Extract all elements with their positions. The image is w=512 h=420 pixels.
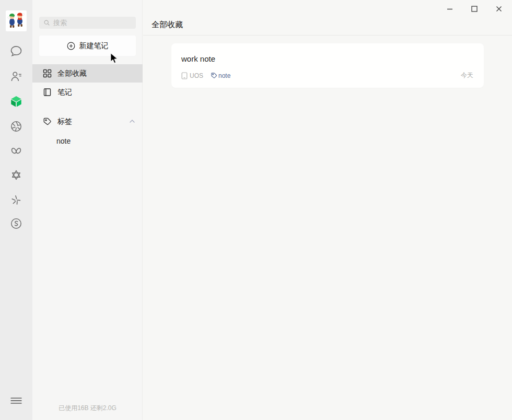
music-circle-icon[interactable] [0, 217, 32, 230]
note-tag-label: note [218, 72, 230, 79]
grid-icon [43, 69, 52, 78]
sidebar-section-tags[interactable]: 标签 [32, 112, 143, 131]
favorites-cube-icon[interactable] [0, 95, 32, 108]
menu-icon[interactable] [0, 394, 32, 407]
sidebar-tag-note[interactable]: note [32, 133, 143, 149]
search-input[interactable] [53, 19, 132, 27]
plus-circle-icon [67, 42, 75, 50]
app-rail [0, 0, 32, 420]
new-note-label: 新建笔记 [79, 41, 109, 51]
main-header: 全部收藏 [143, 0, 512, 36]
storage-status: 已使用16B 还剩2.0G [32, 404, 143, 413]
note-date: 今天 [461, 71, 473, 80]
notes-sidebar: 新建笔记 全部收藏 笔记 标签 note 已使用16B 还剩2 [32, 0, 143, 420]
note-meta: UOS note 今天 [181, 71, 473, 80]
sidebar-item-all-favorites[interactable]: 全部收藏 [32, 64, 143, 83]
flower-icon[interactable] [0, 168, 32, 182]
search-box[interactable] [39, 17, 136, 29]
notebook-icon [43, 88, 52, 97]
note-source: UOS [181, 72, 203, 79]
main-panel: 全部收藏 work note UOS note [143, 0, 512, 420]
avatar-image [6, 10, 27, 31]
tag-icon [211, 72, 217, 79]
user-avatar[interactable] [0, 10, 32, 31]
sidebar-item-label: 笔记 [57, 88, 72, 97]
tags-section-label: 标签 [57, 117, 72, 126]
note-tag[interactable]: note [211, 72, 230, 79]
chevron-up-icon[interactable] [129, 118, 135, 126]
tag-icon [43, 117, 52, 126]
sidebar-item-notes[interactable]: 笔记 [32, 83, 143, 101]
channels-butterfly-icon[interactable] [0, 144, 32, 158]
sidebar-item-label: 全部收藏 [57, 69, 87, 78]
tag-label: note [56, 137, 71, 145]
note-title: work note [181, 54, 473, 63]
search-icon [43, 19, 50, 26]
note-list: work note UOS note 今天 [143, 36, 512, 88]
new-note-button[interactable]: 新建笔记 [39, 36, 136, 56]
note-card[interactable]: work note UOS note 今天 [171, 43, 484, 88]
sparkle-icon[interactable] [0, 193, 32, 207]
moments-aperture-icon[interactable] [0, 120, 32, 133]
chat-bubble-icon[interactable] [0, 44, 32, 58]
page-title: 全部收藏 [152, 20, 183, 30]
contacts-icon[interactable] [0, 69, 32, 83]
note-device-label: UOS [190, 72, 203, 79]
device-icon [181, 72, 188, 79]
